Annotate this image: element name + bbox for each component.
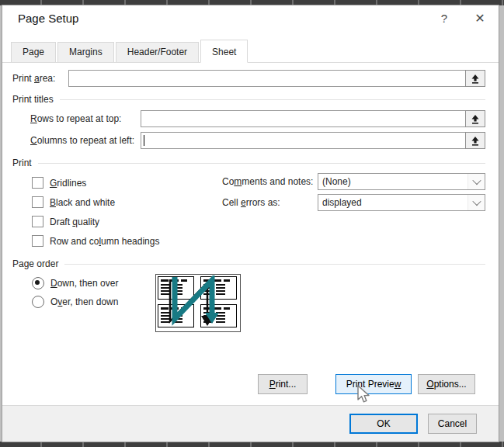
draft-quality-label: Draft quality [50, 217, 99, 227]
ok-button[interactable]: OK [349, 414, 418, 434]
print-preview-button[interactable]: Print Preview [335, 374, 412, 394]
print-group-label: Print [12, 158, 32, 168]
print-preview-button-label: Print Preview [346, 379, 401, 390]
help-icon: ? [441, 12, 447, 25]
tab-page-label: Page [23, 47, 44, 57]
tab-header-footer-label: Header/Footer [127, 47, 187, 57]
collapse-dialog-icon [471, 74, 480, 84]
chevron-down-icon [472, 176, 481, 185]
cancel-button[interactable]: Cancel [428, 414, 477, 434]
cell-errors-as-select[interactable]: displayed [318, 194, 485, 211]
print-button-label: Print... [269, 379, 297, 390]
over-then-down-radio-row[interactable]: Oer, then downver, then down [32, 293, 137, 311]
comments-and-notes-value: (None) [318, 174, 468, 189]
down-then-over-radio[interactable] [32, 277, 44, 289]
group-divider [38, 163, 485, 164]
tab-sheet[interactable]: Sheet [200, 40, 248, 63]
row-column-headings-checkbox-row[interactable]: Row and column headings [32, 231, 222, 251]
columns-repeat-input[interactable] [141, 132, 466, 149]
cancel-button-label: Cancel [438, 418, 467, 429]
draft-quality-checkbox[interactable] [32, 216, 43, 227]
page-order-preview-image [157, 275, 238, 329]
close-icon: ✕ [474, 11, 485, 26]
tab-margins[interactable]: Margins [57, 42, 114, 62]
tab-margins-label: Margins [69, 47, 103, 57]
rows-repeat-collapse-button[interactable] [465, 110, 485, 127]
rows-repeat-label: Rows to repeat at top: [30, 113, 141, 124]
ok-button-label: OK [377, 418, 390, 429]
page-order-preview [155, 274, 241, 332]
gridlines-checkbox-row[interactable]: Gridlines [32, 173, 222, 192]
titlebar: Page Setup ? ✕ [2, 5, 499, 30]
gridlines-checkbox[interactable] [32, 177, 43, 189]
rows-repeat-input[interactable] [141, 110, 466, 127]
tab-sheet-label: Sheet [212, 47, 236, 57]
options-button-label: Options... [426, 379, 466, 390]
tab-header-footer[interactable]: Header/Footer [116, 42, 199, 62]
black-and-white-checkbox-row[interactable]: Black and white [32, 192, 222, 212]
dialog-title: Page Setup [2, 12, 427, 25]
down-then-over-label: Down, then over [50, 278, 118, 289]
black-and-white-checkbox[interactable] [32, 196, 43, 208]
page-setup-dialog: Page Setup ? ✕ Page Margins Header/Foote… [2, 5, 499, 442]
tabstrip: Page Margins Header/Footer Sheet [2, 40, 499, 63]
draft-quality-checkbox-row[interactable]: Draft quality [32, 212, 222, 231]
columns-repeat-collapse-button[interactable] [465, 132, 485, 149]
help-button[interactable]: ? [427, 5, 461, 30]
black-and-white-label: Black and white [50, 197, 115, 208]
over-then-down-label: Oer, then downver, then down [50, 296, 118, 307]
chevron-down-icon [472, 197, 481, 206]
dialog-footer: OK Cancel [2, 405, 499, 442]
down-then-over-radio-row[interactable]: Down, then over [32, 274, 137, 293]
print-area-collapse-button[interactable] [465, 70, 485, 87]
group-divider [60, 99, 485, 100]
print-area-input[interactable] [68, 70, 466, 87]
row-column-headings-checkbox[interactable] [32, 235, 43, 247]
excel-background-bottom [0, 442, 504, 447]
comments-and-notes-select[interactable]: (None) [318, 173, 485, 190]
group-divider [64, 264, 485, 265]
options-button[interactable]: Options... [418, 374, 475, 394]
page-order-group-label: Page order [12, 258, 58, 269]
comments-dropdown-button[interactable] [468, 174, 485, 189]
print-button[interactable]: Print... [258, 374, 308, 394]
gridlines-label: Gridlines [50, 178, 86, 189]
cell-errors-as-label: Cell errors as: [222, 197, 318, 208]
over-then-down-radio[interactable] [32, 296, 44, 308]
down-then-over-arrow-icon [170, 277, 219, 326]
comments-and-notes-label: Comments and notes: [222, 176, 318, 187]
cell-errors-as-value: displayed [318, 195, 468, 210]
text-caret [144, 135, 144, 146]
print-area-label: Print area: [12, 73, 68, 84]
row-column-headings-label: Row and column headings [50, 236, 159, 247]
tab-page[interactable]: Page [11, 42, 56, 62]
cell-errors-dropdown-button[interactable] [468, 195, 485, 210]
collapse-dialog-icon [471, 136, 480, 146]
close-button[interactable]: ✕ [461, 5, 499, 30]
columns-repeat-label: Columns to repeat at left: [30, 135, 141, 146]
sheet-tab-content: Print area: Print titles Rows to repeat … [2, 63, 499, 405]
print-titles-group-label: Print titles [12, 94, 54, 105]
collapse-dialog-icon [471, 114, 480, 124]
